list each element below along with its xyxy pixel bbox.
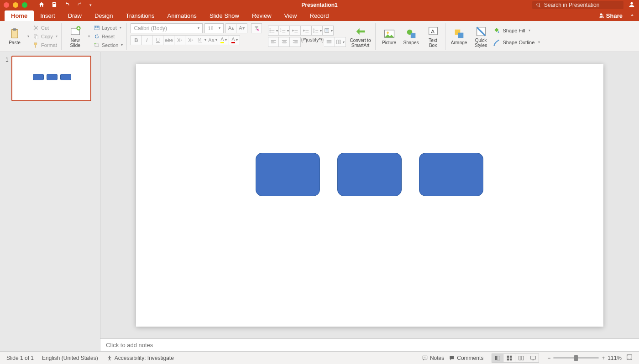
svg-rect-5 [35,36,38,39]
format-painter-button[interactable]: Format [31,41,59,49]
collapse-ribbon-icon[interactable] [629,12,635,20]
superscript-button[interactable]: X2 [174,35,185,45]
text-direction-button[interactable]: ▾ [323,26,334,36]
notes-pane[interactable]: Click to add notes [100,338,639,351]
layout-button[interactable]: Layout▾ [92,24,125,32]
tab-view[interactable]: View [278,10,304,21]
qat-customize-icon[interactable]: ▾ [89,3,92,7]
italic-button[interactable]: I [141,35,152,45]
thumbnail-preview[interactable] [11,56,91,101]
cut-button[interactable]: Cut [31,24,59,32]
workspace: 1 Click to add notes [0,52,639,351]
tab-slide-show[interactable]: Slide Show [203,10,246,21]
section-button[interactable]: Section▾ [92,41,125,49]
minimize-window-button[interactable] [13,2,18,8]
search-input[interactable]: Search in Presentation [532,1,623,9]
share-button[interactable]: Share [598,12,623,19]
align-left-button[interactable] [268,37,279,47]
bullets-button[interactable]: ▾ [268,26,279,36]
highlight-button[interactable]: A▾ [218,35,229,45]
slide-canvas-zone[interactable] [100,52,639,338]
tab-record[interactable]: Record [304,10,335,21]
tab-draw[interactable]: Draw [62,10,88,21]
slideshow-view-button[interactable] [527,354,539,363]
thumbnail-number: 1 [5,56,9,101]
svg-text:2: 2 [280,30,282,32]
rounded-rectangle-shape[interactable] [419,153,483,196]
quick-styles-button[interactable]: Quick Styles [471,24,491,49]
profile-icon[interactable] [628,1,635,10]
convert-smartart-button[interactable]: Convert to SmartArt [348,24,373,49]
notes-placeholder: Click to add notes [106,342,153,348]
tab-transitions[interactable]: Transitions [119,10,161,21]
notes-toggle-button[interactable]: Notes [422,355,444,361]
accessibility-status[interactable]: Accessibility: Investigate [106,355,174,361]
paste-button[interactable]: Paste [5,24,25,49]
shape-fill-button[interactable]: Shape Fill▾ [493,26,540,35]
svg-rect-28 [495,356,497,360]
shape-outline-button[interactable]: Shape Outline▾ [493,38,540,47]
copy-button[interactable]: Copy▾ [31,32,59,41]
zoom-window-button[interactable] [22,2,27,8]
line-spacing-button[interactable]: ▾ [312,26,323,36]
bold-button[interactable]: B [131,35,141,45]
align-right-button[interactable] [290,37,301,47]
font-name-combo[interactable]: Calibri (Body)▾ [131,23,203,33]
shapes-button[interactable]: Shapes [401,24,421,49]
reading-view-button[interactable] [515,354,527,363]
decrease-indent-button[interactable] [290,26,301,36]
zoom-control: − + 111% [547,355,622,361]
slide-counter[interactable]: Slide 1 of 1 [6,355,34,361]
home-icon[interactable] [38,1,45,9]
fit-to-window-button[interactable] [626,354,633,362]
normal-view-button[interactable] [492,354,503,363]
text-box-button[interactable]: AText Box [423,24,443,49]
increase-indent-button[interactable] [301,26,312,36]
zoom-percent[interactable]: 111% [608,355,622,361]
tab-review[interactable]: Review [246,10,278,21]
subscript-button[interactable]: X2 [185,35,196,45]
rounded-rectangle-shape[interactable] [337,153,402,196]
tab-insert[interactable]: Insert [34,10,62,21]
undo-icon[interactable] [64,1,70,9]
zoom-out-button[interactable]: − [547,355,550,361]
justify-button[interactable] [324,37,335,47]
rounded-rectangle-shape[interactable] [256,153,320,196]
slide-canvas[interactable] [136,64,603,327]
underline-button[interactable]: U [152,35,163,45]
slide-sorter-view-button[interactable] [503,354,515,363]
tab-home[interactable]: Home [5,10,34,21]
svg-rect-0 [11,30,18,38]
reset-button[interactable]: Reset [92,32,125,41]
save-icon[interactable] [51,1,58,9]
numbering-button[interactable]: 12▾ [279,26,290,36]
new-slide-button[interactable]: New Slide [65,24,85,49]
zoom-in-button[interactable]: + [602,355,605,361]
new-slide-dropdown-icon[interactable]: ▾ [88,34,90,38]
font-color-button[interactable]: A▾ [229,35,240,45]
columns-button[interactable]: ▾ [335,37,346,47]
strikethrough-button[interactable]: abc [163,35,174,45]
thumbnail-item[interactable]: 1 [5,56,94,101]
document-title: Presentation1 [301,2,337,8]
arrange-button[interactable]: Arrange [449,24,469,49]
comments-toggle-button[interactable]: Comments [449,355,483,361]
close-window-button[interactable] [4,2,9,8]
increase-font-size-button[interactable]: A▴ [225,23,236,33]
tab-animations[interactable]: Animations [161,10,203,21]
tab-design[interactable]: Design [88,10,119,21]
slide-thumbnail-panel[interactable]: 1 [0,52,100,351]
paste-dropdown-icon[interactable]: ▾ [27,34,29,38]
decrease-font-size-button[interactable]: A▾ [236,23,247,33]
font-size-combo[interactable]: 18▾ [204,23,224,33]
zoom-slider[interactable] [553,357,599,359]
redo-icon[interactable] [77,1,83,9]
change-case-button[interactable]: Aa▾ [207,35,218,45]
search-icon [536,2,541,8]
clear-formatting-button[interactable] [251,23,262,33]
status-bar: Slide 1 of 1 English (United States) Acc… [0,351,639,364]
char-spacing-button[interactable]: ▾ [196,35,207,45]
align-center-button[interactable] [279,37,290,47]
picture-button[interactable]: Picture [379,24,399,49]
language-status[interactable]: English (United States) [42,355,98,361]
